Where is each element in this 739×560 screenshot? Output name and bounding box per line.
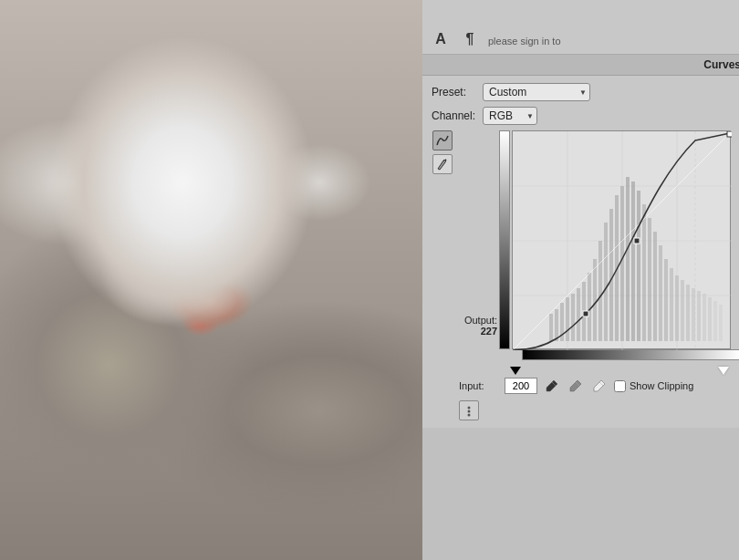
vertical-gradient-bar xyxy=(499,130,510,349)
white-eyedropper-icon xyxy=(592,379,607,393)
curve-graph[interactable] xyxy=(512,130,731,349)
svg-rect-10 xyxy=(566,297,569,341)
channel-label: Channel: xyxy=(432,109,477,122)
svg-rect-25 xyxy=(648,218,651,341)
photo-area xyxy=(0,0,422,560)
svg-rect-7 xyxy=(549,314,553,341)
svg-rect-24 xyxy=(642,204,646,341)
preset-label: Preset: xyxy=(432,86,477,99)
channel-select-wrapper[interactable]: RGB Red Green Blue xyxy=(483,107,537,125)
svg-rect-16 xyxy=(598,241,602,341)
gray-eyedropper-icon xyxy=(568,379,583,393)
bottom-gradient-row xyxy=(499,349,739,360)
black-eyedropper-button[interactable] xyxy=(543,377,561,395)
svg-rect-29 xyxy=(670,268,673,341)
main-container: A ¶ please sign in to Curves Preset: Cus… xyxy=(0,0,739,560)
svg-rect-31 xyxy=(681,280,684,341)
svg-point-48 xyxy=(468,410,471,413)
bottom-toolbar xyxy=(457,400,739,420)
svg-rect-12 xyxy=(577,288,580,341)
svg-rect-20 xyxy=(620,186,624,341)
graph-row: Output: 227 xyxy=(432,130,739,420)
pencil-tool-icon xyxy=(436,158,449,171)
dog-photo xyxy=(0,0,422,560)
svg-rect-23 xyxy=(637,191,640,341)
gray-eyedropper-button[interactable] xyxy=(567,377,585,395)
curves-content: Preset: Custom Default Strong Contrast L… xyxy=(422,76,739,428)
output-area: Output: 227 xyxy=(457,130,497,349)
below-curves-panel xyxy=(422,428,739,560)
svg-rect-34 xyxy=(697,291,701,341)
input-value-field[interactable] xyxy=(505,378,537,394)
output-label: Output: xyxy=(457,315,497,326)
curves-panel: Curves Preset: Custom Default Strong Con… xyxy=(422,55,739,428)
svg-rect-35 xyxy=(703,294,706,341)
svg-rect-14 xyxy=(588,273,591,341)
letter-A-icon: A xyxy=(430,28,452,50)
svg-point-49 xyxy=(468,414,471,417)
svg-rect-41 xyxy=(634,238,640,244)
show-clipping-label[interactable]: Show Clipping xyxy=(614,380,693,392)
curve-tool-button[interactable] xyxy=(432,130,453,150)
curves-svg xyxy=(513,131,732,350)
svg-rect-26 xyxy=(653,232,657,341)
channel-row: Channel: RGB Red Green Blue xyxy=(432,107,739,125)
channel-select[interactable]: RGB Red Green Blue xyxy=(483,107,537,125)
show-clipping-checkbox[interactable] xyxy=(614,380,626,392)
dog-photo-inner xyxy=(0,0,422,560)
show-clipping-text: Show Clipping xyxy=(630,380,693,391)
graph-column: Output: 227 xyxy=(457,130,739,420)
preset-select-wrapper[interactable]: Custom Default Strong Contrast Linear Co… xyxy=(483,83,590,101)
graph-with-gradient: Output: 227 xyxy=(457,130,739,349)
svg-rect-32 xyxy=(686,285,690,341)
paragraph-icon: ¶ xyxy=(459,28,481,50)
svg-rect-40 xyxy=(583,311,588,316)
svg-rect-38 xyxy=(719,305,723,341)
auto-options-button[interactable] xyxy=(459,400,479,420)
svg-rect-42 xyxy=(727,131,732,137)
svg-rect-27 xyxy=(659,245,662,341)
auto-options-icon xyxy=(463,404,475,417)
svg-rect-36 xyxy=(708,297,712,341)
svg-rect-18 xyxy=(609,209,613,341)
svg-rect-17 xyxy=(604,223,608,341)
sign-in-text: please sign in to xyxy=(488,36,561,50)
svg-rect-8 xyxy=(555,309,558,341)
svg-rect-11 xyxy=(571,294,575,341)
svg-rect-15 xyxy=(593,259,597,341)
preset-row: Preset: Custom Default Strong Contrast L… xyxy=(432,83,739,101)
svg-rect-21 xyxy=(626,177,630,341)
black-eyedropper-icon xyxy=(545,379,559,393)
svg-rect-37 xyxy=(713,301,717,341)
white-eyedropper-button[interactable] xyxy=(590,377,609,395)
horizontal-gradient-bar xyxy=(522,349,739,360)
triangle-slider-row xyxy=(510,360,729,375)
svg-rect-22 xyxy=(631,181,635,341)
input-row: Input: xyxy=(459,377,739,395)
svg-rect-33 xyxy=(692,288,695,341)
spacer xyxy=(499,349,510,360)
curves-title: Curves xyxy=(422,55,739,76)
svg-rect-30 xyxy=(675,275,679,341)
output-value: 227 xyxy=(457,326,497,337)
white-point-triangle[interactable] xyxy=(718,367,729,375)
svg-point-47 xyxy=(468,407,471,410)
top-bar: A ¶ please sign in to xyxy=(422,0,739,55)
right-panel: A ¶ please sign in to Curves Preset: Cus… xyxy=(422,0,739,560)
black-point-triangle[interactable] xyxy=(510,367,521,375)
svg-rect-28 xyxy=(664,259,668,341)
curve-tool-icon xyxy=(436,134,449,147)
left-toolbar xyxy=(432,130,453,420)
preset-select[interactable]: Custom Default Strong Contrast Linear Co… xyxy=(483,83,590,101)
pencil-tool-button[interactable] xyxy=(432,154,453,174)
input-label: Input: xyxy=(459,380,499,391)
